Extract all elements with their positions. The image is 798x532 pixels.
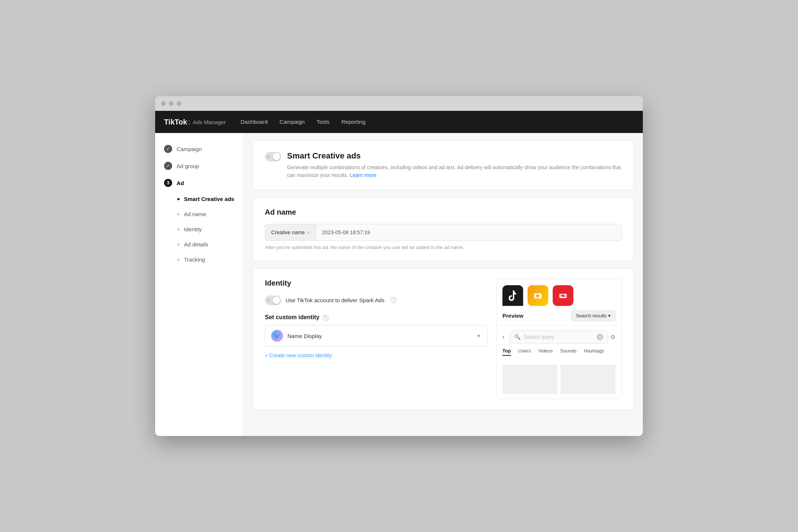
nav-tools[interactable]: Tools (317, 119, 330, 125)
toggle-knob (273, 153, 280, 160)
logo-ads-text: Ads Manager (193, 119, 226, 125)
orange-app-icon[interactable] (528, 285, 548, 306)
ad-name-input-row: Creative name × 2023-05-08 18:57:19 (265, 224, 622, 241)
main-layout: ✓ Campaign ✓ Ad group 3 Ad Smart Creativ… (155, 133, 643, 436)
identity-display-name: Name Display (287, 333, 472, 339)
ad-name-hint: After you've submitted this ad, the name… (265, 245, 622, 250)
tiktok-app-icon[interactable] (502, 285, 523, 306)
logo-dot: : (188, 117, 191, 127)
learn-more-link[interactable]: Learn more (350, 172, 376, 178)
app-window: TikTok : Ads Manager Dashboard Campaign … (155, 96, 643, 436)
spark-toggle-x-icon: ✕ (267, 298, 270, 303)
ad-number-icon: 3 (164, 179, 172, 187)
search-results-area (497, 360, 621, 399)
logo: TikTok : Ads Manager (164, 117, 226, 127)
sidebar-item-ad-group[interactable]: ✓ Ad group (155, 157, 243, 174)
identity-dot-icon (177, 228, 180, 231)
preview-tabs: Preview Search results ▾ (497, 306, 621, 326)
search-query-placeholder: Search query (524, 334, 594, 340)
create-identity-link[interactable]: + Create new custom identity (265, 352, 487, 358)
identity-dropdown[interactable]: 🐦 Name Display ▼ (265, 325, 487, 347)
search-tab-users[interactable]: Users (518, 348, 531, 356)
ad-name-value: 2023-05-08 18:57:19 (316, 224, 621, 241)
smart-creative-title: Smart Creative ads (287, 151, 622, 161)
ad-name-section-title: Ad name (265, 208, 622, 216)
search-tab-hashtags[interactable]: Hashtags (584, 348, 604, 356)
sidebar-item-identity[interactable]: Identity (155, 222, 243, 237)
spark-ads-help-icon[interactable]: ? (391, 297, 396, 303)
search-filter-icon[interactable]: ⚙ (610, 334, 615, 341)
toggle-x-icon: ✕ (267, 154, 270, 159)
smart-creative-toggle[interactable]: ✕ (265, 152, 281, 161)
smart-creative-dot-icon (177, 198, 180, 200)
topnav-links: Dashboard Campaign Tools Reporting (241, 119, 365, 125)
nav-reporting[interactable]: Reporting (341, 119, 365, 125)
sidebar-label-ad-details: Ad details (184, 241, 208, 248)
smart-creative-card: ✕ Smart Creative ads Generate multiple c… (253, 140, 634, 190)
spark-ads-toggle-row: ✕ Use TikTok account to deliver Spark Ad… (265, 295, 487, 305)
sidebar-item-ad-name[interactable]: Ad name (155, 207, 243, 222)
sidebar: ✓ Campaign ✓ Ad group 3 Ad Smart Creativ… (155, 133, 244, 436)
top-navigation: TikTok : Ads Manager Dashboard Campaign … (155, 111, 643, 133)
traffic-light-3 (177, 101, 181, 106)
ad-name-card: Ad name Creative name × 2023-05-08 18:57… (253, 197, 634, 261)
ad-details-dot-icon (177, 243, 180, 246)
dropdown-arrow-icon: ▼ (476, 333, 481, 339)
identity-left: Identity ✕ Use TikTok account to deliver… (265, 279, 487, 399)
search-clear-icon[interactable]: ✕ (597, 334, 603, 340)
sidebar-label-identity: Identity (184, 226, 202, 232)
search-icon: 🔍 (514, 334, 521, 340)
custom-identity-label: Set custom identity ? (265, 314, 487, 321)
custom-identity-help-icon[interactable]: ? (323, 315, 328, 321)
red-app-icon[interactable] (553, 285, 573, 306)
search-area: ‹ 🔍 Search query ✕ ⚙ Top (497, 326, 621, 360)
sidebar-item-campaign[interactable]: ✓ Campaign (155, 140, 243, 157)
result-placeholder-1 (502, 365, 557, 394)
sidebar-label-ad-name: Ad name (184, 211, 206, 217)
smart-creative-header: ✕ Smart Creative ads Generate multiple c… (265, 151, 622, 179)
sidebar-label-tracking: Tracking (184, 256, 205, 263)
ad-group-check-icon: ✓ (164, 162, 172, 170)
preview-panel: Preview Search results ▾ ‹ (496, 279, 622, 399)
preview-app-icons (497, 279, 621, 306)
sidebar-item-tracking[interactable]: Tracking (155, 252, 243, 267)
search-bar[interactable]: 🔍 Search query ✕ (509, 330, 608, 344)
nav-campaign[interactable]: Campaign (280, 119, 305, 125)
result-placeholder-2 (560, 365, 615, 394)
search-results-label: Search results (576, 313, 607, 318)
preview-tab-label: Preview (502, 313, 568, 319)
identity-card: Identity ✕ Use TikTok account to deliver… (253, 268, 634, 410)
nav-dashboard[interactable]: Dashboard (241, 119, 267, 125)
title-bar (155, 96, 643, 111)
spark-ads-label: Use TikTok account to deliver Spark Ads (286, 297, 385, 303)
sidebar-item-smart-creative[interactable]: Smart Creative ads (155, 191, 243, 207)
traffic-light-2 (169, 101, 174, 106)
back-button[interactable]: ‹ (502, 332, 507, 342)
search-results-button[interactable]: Search results ▾ (571, 310, 615, 321)
search-results-chevron-icon: ▾ (608, 313, 611, 318)
search-tab-top[interactable]: Top (502, 348, 511, 356)
tag-remove-icon[interactable]: × (307, 230, 310, 235)
search-tab-videos[interactable]: Videos (538, 348, 553, 356)
sidebar-label-campaign: Campaign (177, 146, 202, 152)
ad-name-tag: Creative name × (265, 224, 316, 241)
logo-tiktok-text: TikTok (164, 118, 187, 126)
search-tabs: Top Users Videos Sounds Hashtags (502, 348, 615, 356)
sidebar-item-ad[interactable]: 3 Ad (155, 174, 243, 191)
sidebar-label-ad-group: Ad group (177, 163, 199, 169)
identity-section: Identity ✕ Use TikTok account to deliver… (265, 279, 622, 399)
sidebar-label-smart-creative: Smart Creative ads (184, 196, 234, 202)
sidebar-label-ad: Ad (177, 180, 184, 186)
spark-ads-toggle[interactable]: ✕ (265, 296, 281, 305)
smart-creative-text: Smart Creative ads Generate multiple com… (287, 151, 622, 179)
tracking-dot-icon (177, 259, 180, 261)
spark-toggle-knob (273, 297, 280, 304)
search-tab-sounds[interactable]: Sounds (560, 348, 576, 356)
campaign-check-icon: ✓ (164, 145, 172, 153)
ad-name-tag-label: Creative name (271, 229, 305, 235)
traffic-light-1 (161, 101, 166, 106)
identity-right: Preview Search results ▾ ‹ (496, 279, 622, 399)
sidebar-item-ad-details[interactable]: Ad details (155, 237, 243, 252)
smart-creative-desc: Generate multiple combinations of creati… (287, 164, 622, 179)
identity-avatar: 🐦 (271, 330, 283, 342)
